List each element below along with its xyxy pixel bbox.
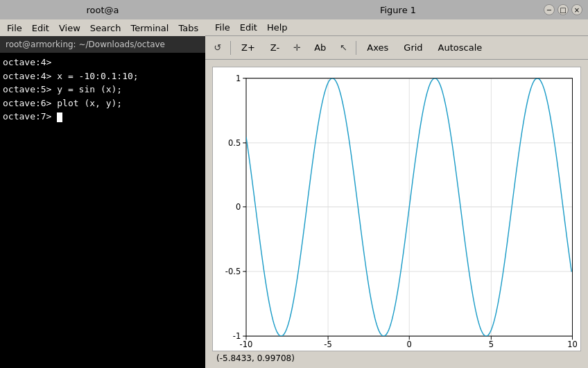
zoom-out-button[interactable]: Z- — [264, 40, 286, 55]
term-menu-view[interactable]: View — [55, 22, 85, 35]
grid-button[interactable]: Grid — [397, 40, 429, 55]
figure-panel: Figure 1 − □ × File Edit Help ↺ Z+ Z- ✛ … — [205, 0, 588, 368]
status-bar: (-5.8433, 0.99708) — [212, 351, 581, 365]
term-menu-terminal[interactable]: Terminal — [126, 22, 173, 35]
term-menu-edit[interactable]: Edit — [28, 22, 53, 35]
svg-text:1: 1 — [236, 73, 241, 83]
svg-text:-0.5: -0.5 — [225, 267, 241, 277]
refresh-icon[interactable]: ↺ — [209, 40, 226, 56]
terminal-title: root@a — [86, 5, 119, 15]
figure-titlebar: Figure 1 − □ × — [205, 0, 588, 19]
plot-container[interactable]: -1 -0.5 0 0.5 1 -10 -5 0 5 10 — [212, 67, 581, 351]
term-menu-tabs[interactable]: Tabs — [174, 22, 202, 35]
term-line-4: octave:6> plot (x, y); — [3, 97, 202, 110]
term-line-5: octave:7> — [3, 110, 202, 124]
figure-canvas-area: -1 -0.5 0 0.5 1 -10 -5 0 5 10 — [205, 60, 588, 368]
svg-text:-5: -5 — [324, 339, 331, 349]
pan-icon[interactable]: ✛ — [288, 40, 305, 56]
terminal-tab-label: root@armorking: ~/Downloads/octave — [6, 40, 165, 49]
term-line-3: octave:5> y = sin (x); — [3, 83, 202, 97]
svg-text:0: 0 — [407, 339, 412, 349]
term-menu-search[interactable]: Search — [86, 22, 126, 35]
terminal-tab: root@armorking: ~/Downloads/octave — [0, 36, 205, 53]
minimize-button[interactable]: − — [544, 4, 555, 15]
terminal-panel: root@a File Edit View Search Terminal Ta… — [0, 0, 205, 368]
terminal-cursor — [57, 112, 62, 122]
text-icon[interactable]: Ab — [308, 40, 332, 55]
figure-toolbar: ↺ Z+ Z- ✛ Ab ↖ Axes Grid Autoscale — [205, 36, 588, 60]
term-menu-file[interactable]: File — [3, 22, 26, 35]
figure-title: Figure 1 — [252, 5, 544, 15]
fig-menu-file[interactable]: File — [211, 21, 234, 34]
terminal-titlebar: root@a — [0, 0, 205, 19]
svg-text:0.5: 0.5 — [228, 138, 241, 149]
axes-button[interactable]: Axes — [361, 40, 395, 55]
plot-svg: -1 -0.5 0 0.5 1 -10 -5 0 5 10 — [213, 67, 580, 351]
svg-text:10: 10 — [567, 339, 578, 349]
figure-menubar: File Edit Help — [205, 19, 588, 36]
svg-text:5: 5 — [489, 339, 494, 349]
svg-text:0: 0 — [236, 202, 241, 212]
fig-menu-help[interactable]: Help — [263, 21, 292, 34]
close-button[interactable]: × — [571, 4, 582, 15]
svg-text:-10: -10 — [240, 339, 253, 349]
toolbar-sep-1 — [230, 41, 231, 55]
toolbar-sep-2 — [356, 41, 356, 55]
pointer-icon[interactable]: ↖ — [335, 40, 352, 56]
term-line-2: octave:4> x = -10:0.1:10; — [3, 69, 202, 83]
figure-window-controls: − □ × — [544, 4, 582, 15]
fig-menu-edit[interactable]: Edit — [236, 21, 261, 34]
status-text: (-5.8433, 0.99708) — [216, 353, 295, 363]
zoom-in-button[interactable]: Z+ — [235, 40, 261, 55]
autoscale-button[interactable]: Autoscale — [432, 40, 489, 55]
maximize-button[interactable]: □ — [557, 4, 569, 15]
terminal-body[interactable]: octave:4> octave:4> x = -10:0.1:10; octa… — [0, 53, 205, 368]
terminal-menubar: File Edit View Search Terminal Tabs — [0, 19, 205, 36]
term-line-1: octave:4> — [3, 56, 202, 69]
